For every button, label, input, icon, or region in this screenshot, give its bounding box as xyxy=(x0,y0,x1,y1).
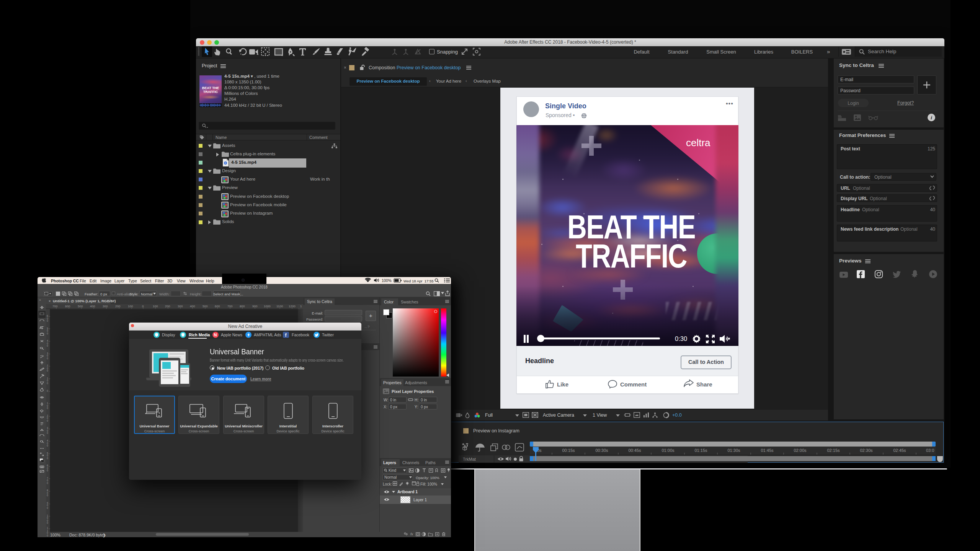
svg-text:0: 0 xyxy=(47,522,48,524)
svg-text:6: 6 xyxy=(47,315,48,317)
svg-text:0: 0 xyxy=(47,444,48,447)
svg-text:0: 0 xyxy=(47,479,48,482)
svg-text:0: 0 xyxy=(47,469,48,472)
svg-text:0: 0 xyxy=(47,369,48,372)
svg-text:0: 0 xyxy=(47,454,48,457)
svg-text:6: 6 xyxy=(47,464,48,467)
svg-text:0: 0 xyxy=(47,419,48,422)
svg-text:0: 0 xyxy=(47,354,48,357)
svg-text:0: 0 xyxy=(47,494,48,497)
svg-text:0: 0 xyxy=(47,534,48,537)
svg-text:0: 0 xyxy=(47,531,48,534)
svg-text:0: 0 xyxy=(47,357,48,360)
svg-text:0: 0 xyxy=(47,344,48,347)
svg-text:3: 3 xyxy=(47,427,48,429)
svg-text:0: 0 xyxy=(47,332,48,335)
svg-text:0: 0 xyxy=(47,482,48,484)
svg-text:1: 1 xyxy=(47,527,48,529)
svg-text:0: 0 xyxy=(47,507,48,509)
svg-text:4: 4 xyxy=(47,339,48,342)
svg-text:0: 0 xyxy=(47,417,48,419)
svg-text:0: 0 xyxy=(47,390,48,392)
svg-text:fx: fx xyxy=(410,532,413,536)
svg-text:0: 0 xyxy=(47,329,48,332)
svg-text:0: 0 xyxy=(47,379,48,382)
svg-text:0: 0 xyxy=(47,320,48,322)
svg-text:2: 2 xyxy=(47,364,48,367)
svg-text:0: 0 xyxy=(47,504,48,507)
svg-text:4: 4 xyxy=(47,439,48,442)
svg-text:1: 1 xyxy=(47,402,48,404)
svg-text:0: 0 xyxy=(47,407,48,409)
svg-text:0: 0 xyxy=(47,457,48,460)
svg-text:0: 0 xyxy=(47,382,48,385)
svg-text:8: 8 xyxy=(47,489,48,492)
svg-text:0: 0 xyxy=(47,432,48,434)
svg-text:0: 0 xyxy=(47,517,48,519)
